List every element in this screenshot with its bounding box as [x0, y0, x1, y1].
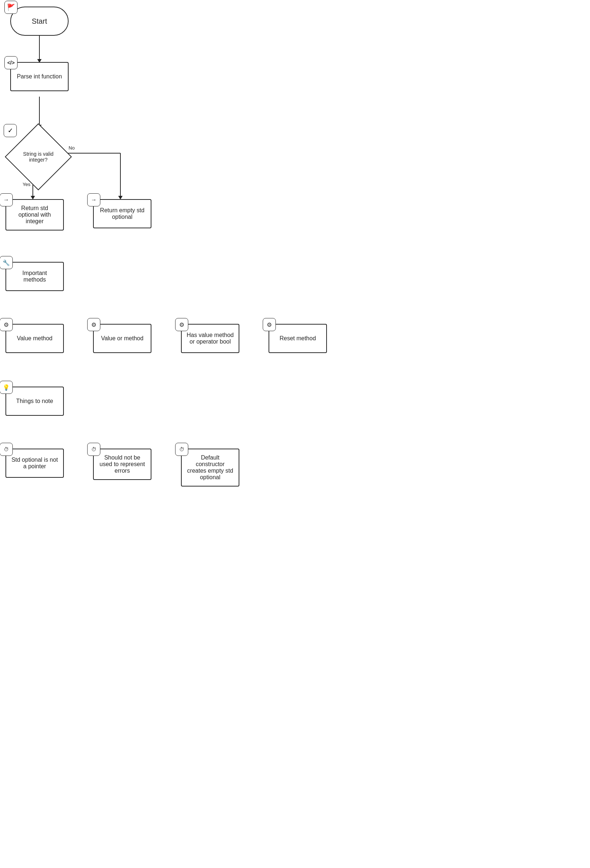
- should-not-errors-node: ⏱ Should not be used to represent errors: [93, 449, 151, 480]
- gear-icon-2: ⚙: [87, 318, 101, 331]
- return-empty-label: Return empty std optional: [98, 207, 146, 220]
- default-constructor-node: ⏱ Default constructor creates empty std …: [181, 449, 240, 487]
- bulb-icon: 💡: [0, 381, 13, 394]
- yes-label: Yes: [23, 182, 30, 187]
- decision-wrapper: ✓ String is valid integer?: [4, 124, 73, 182]
- wrench-icon: 🔧: [0, 256, 13, 269]
- important-methods-label: Important methods: [10, 270, 59, 283]
- start-label: Start: [32, 17, 47, 25]
- diagram-container: 🚩 Start </> Parse int function ✓ String …: [0, 0, 590, 868]
- value-method-node: ⚙ Value method: [6, 324, 64, 353]
- reset-method-node: ⚙ Reset method: [269, 324, 327, 353]
- return-empty-node: → Return empty std optional: [93, 199, 151, 228]
- important-methods-node: 🔧 Important methods: [6, 262, 64, 291]
- std-optional-not-pointer-label: Std optional is not a pointer: [10, 457, 59, 470]
- parse-int-node: </> Parse int function: [10, 62, 69, 91]
- has-value-method-node: ⚙ Has value method or operator bool: [181, 324, 240, 353]
- things-to-note-node: 💡 Things to note: [6, 387, 64, 416]
- should-not-errors-label: Should not be used to represent errors: [98, 455, 146, 474]
- clock-icon-2: ⏱: [87, 443, 101, 456]
- std-optional-not-pointer-node: ⏱ Std optional is not a pointer: [6, 449, 64, 478]
- check-icon: ✓: [4, 124, 17, 137]
- return-std-node: → Return std optional with integer: [6, 199, 64, 230]
- value-method-label: Value method: [17, 335, 53, 342]
- clock-icon-3: ⏱: [175, 443, 188, 456]
- no-label: No: [69, 145, 75, 151]
- reset-method-label: Reset method: [279, 335, 316, 342]
- start-node: 🚩 Start: [10, 7, 69, 36]
- things-to-note-label: Things to note: [16, 398, 53, 404]
- flag-icon: 🚩: [4, 1, 18, 14]
- default-constructor-label: Default constructor creates empty std op…: [186, 455, 234, 481]
- parse-int-label: Parse int function: [17, 73, 62, 80]
- gear-icon-4: ⚙: [263, 318, 276, 331]
- decision-label: String is valid integer?: [15, 133, 62, 180]
- connector-lines: [0, 0, 590, 868]
- gear-icon-3: ⚙: [175, 318, 188, 331]
- has-value-method-label: Has value method or operator bool: [186, 332, 234, 345]
- value-or-method-node: ⚙ Value or method: [93, 324, 151, 353]
- clock-icon-1: ⏱: [0, 443, 13, 456]
- value-or-method-label: Value or method: [101, 335, 143, 342]
- code-icon: </>: [4, 56, 18, 69]
- gear-icon-1: ⚙: [0, 318, 13, 331]
- arrow-right-icon: →: [0, 193, 13, 207]
- return-std-label: Return std optional with integer: [10, 205, 59, 225]
- arrow-right-icon-2: →: [87, 193, 101, 207]
